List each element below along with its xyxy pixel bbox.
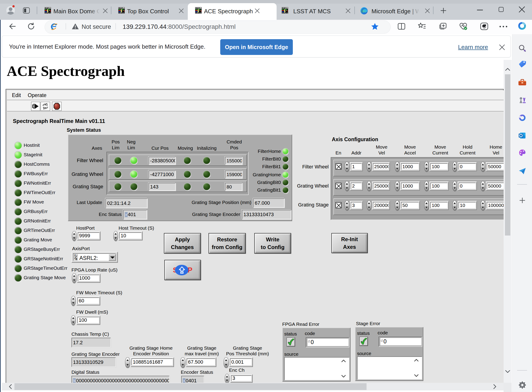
svg-text:I: I bbox=[75, 254, 76, 257]
svg-text:0: 0 bbox=[76, 257, 77, 261]
